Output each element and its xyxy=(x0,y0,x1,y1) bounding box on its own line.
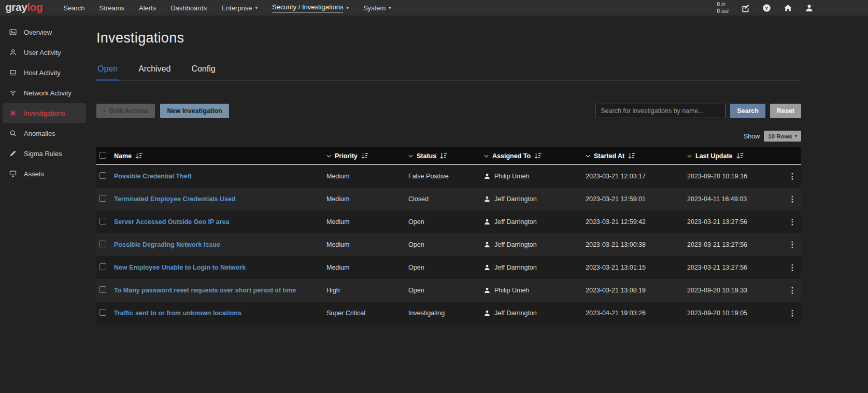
row-checkbox[interactable] xyxy=(99,195,106,202)
assignee-name: Jeff Darrington xyxy=(494,218,537,226)
started-at-cell: 2023-03-21 12:03:17 xyxy=(586,173,687,180)
table-body: Possible Credential TheftMediumFalse Pos… xyxy=(96,165,801,325)
person-icon xyxy=(484,196,490,202)
investigation-name-link[interactable]: To Many password reset requests over sho… xyxy=(114,287,296,294)
sort-icon[interactable] xyxy=(628,152,635,159)
row-menu-button[interactable]: ⋮ xyxy=(786,172,800,181)
sidebar-item-overview[interactable]: Overview xyxy=(3,22,86,42)
select-all-checkbox[interactable] xyxy=(99,152,106,159)
row-checkbox[interactable] xyxy=(99,263,106,270)
row-checkbox[interactable] xyxy=(99,241,106,247)
investigation-name-link[interactable]: Possible Credential Theft xyxy=(114,173,192,180)
sidebar-item-assets[interactable]: Assets xyxy=(3,164,86,184)
nav-item-streams[interactable]: Streams xyxy=(92,4,132,12)
sidebar-item-sigma-rules[interactable]: Sigma Rules xyxy=(3,144,86,163)
host-activity-icon xyxy=(9,68,17,77)
started-at-value: 2023-03-21 12:03:17 xyxy=(586,173,646,180)
row-menu-button[interactable]: ⋮ xyxy=(786,286,800,295)
column-header-name[interactable]: Name xyxy=(114,152,326,160)
nav-item-security-investigations[interactable]: Security / Investigations▾ xyxy=(265,3,356,12)
row-menu-button[interactable]: ⋮ xyxy=(786,194,800,204)
chevron-down-icon: ▾ xyxy=(103,108,106,114)
nav-item-alerts[interactable]: Alerts xyxy=(132,4,163,12)
nav-item-system[interactable]: System▾ xyxy=(356,4,399,12)
sidebar-item-label: Network Activity xyxy=(24,89,72,97)
started-at-cell: 2023-03-21 13:01:15 xyxy=(586,264,687,271)
table-header-row: NamePriorityStatusAssigned ToStarted AtL… xyxy=(96,147,801,165)
new-investigation-button[interactable]: New Investigation xyxy=(160,104,229,118)
sort-icon[interactable] xyxy=(361,152,368,159)
row-menu-button[interactable]: ⋮ xyxy=(786,308,800,318)
nav-item-dashboards[interactable]: Dashboards xyxy=(163,4,214,12)
investigation-name-link[interactable]: Terminated Employee Credentials Used xyxy=(114,195,236,203)
column-label: Status xyxy=(417,152,436,160)
filter-chevron-icon[interactable] xyxy=(408,155,413,158)
tab-config[interactable]: Config xyxy=(190,64,216,81)
graylog-logo[interactable]: graylog xyxy=(5,1,42,13)
nav-item-search[interactable]: Search xyxy=(56,4,92,12)
sidebar-item-network-activity[interactable]: Network Activity xyxy=(3,83,86,103)
sort-icon[interactable] xyxy=(135,152,143,159)
sidebar-item-user-activity[interactable]: User Activity xyxy=(3,43,86,62)
network-activity-icon xyxy=(9,89,17,97)
name-cell: To Many password reset requests over sho… xyxy=(114,287,326,294)
search-button[interactable]: Search xyxy=(730,104,765,118)
row-checkbox[interactable] xyxy=(99,218,106,224)
investigation-name-link[interactable]: Server Accessed Outside Geo IP area xyxy=(114,218,229,226)
row-menu-button[interactable]: ⋮ xyxy=(786,263,800,272)
help-icon[interactable]: ? xyxy=(762,4,771,12)
row-checkbox[interactable] xyxy=(99,309,106,316)
investigation-name-link[interactable]: Possible Degrading Network Issue xyxy=(114,241,220,248)
sidebar-item-investigations[interactable]: Investigations xyxy=(3,103,86,123)
column-header-assigned_to[interactable]: Assigned To xyxy=(484,152,586,160)
assigned-cell: Jeff Darrington xyxy=(484,310,586,317)
assigned-cell: Jeff Darrington xyxy=(484,264,586,271)
priority-cell: Medium xyxy=(326,241,408,248)
status-value: Investigating xyxy=(408,310,445,317)
tab-open[interactable]: Open xyxy=(96,64,119,81)
tab-archived[interactable]: Archived xyxy=(137,64,172,81)
nav-item-enterprise[interactable]: Enterprise▾ xyxy=(214,4,265,12)
compose-icon[interactable] xyxy=(741,4,750,12)
row-checkbox[interactable] xyxy=(99,172,106,179)
person-icon xyxy=(484,287,490,293)
column-header-last_update[interactable]: Last Update xyxy=(687,152,784,160)
sort-icon[interactable] xyxy=(534,152,542,159)
priority-value: Medium xyxy=(326,173,349,180)
sort-icon[interactable] xyxy=(440,152,447,159)
actions-cell: ⋮ xyxy=(784,217,801,227)
rows-per-page-dropdown[interactable]: 10 Rows ▾ xyxy=(764,131,801,142)
column-header-status[interactable]: Status xyxy=(408,152,484,160)
actions-cell: ⋮ xyxy=(784,240,801,249)
column-header-priority[interactable]: Priority xyxy=(326,152,408,160)
nav-item-label: Enterprise xyxy=(221,4,252,12)
sort-icon[interactable] xyxy=(736,152,744,159)
filter-chevron-icon[interactable] xyxy=(484,155,489,158)
last-update-value: 2023-09-20 10:19:16 xyxy=(687,173,747,180)
row-menu-button[interactable]: ⋮ xyxy=(786,240,800,249)
reset-button[interactable]: Reset xyxy=(770,104,801,118)
last-update-cell: 2023-04-11 16:49:03 xyxy=(687,195,784,203)
user-icon[interactable] xyxy=(805,4,814,12)
nav-item-label: System xyxy=(363,4,386,12)
filter-chevron-icon[interactable] xyxy=(326,155,331,158)
investigation-name-link[interactable]: New Employee Unable to Login to Network xyxy=(114,264,246,271)
sidebar-item-anomalies[interactable]: Anomalies xyxy=(3,123,86,143)
bulk-actions-button[interactable]: ▾ Bulk Actions xyxy=(96,104,155,118)
column-header-started_at[interactable]: Started At xyxy=(586,152,687,160)
sidebar-item-label: User Activity xyxy=(24,49,61,57)
select-cell xyxy=(96,172,114,180)
filter-chevron-icon[interactable] xyxy=(586,155,590,158)
status-value: Open xyxy=(408,287,424,294)
investigations-icon xyxy=(9,109,17,117)
row-menu-button[interactable]: ⋮ xyxy=(786,217,800,227)
investigation-name-link[interactable]: Traffic sent to or from unknown location… xyxy=(114,310,241,317)
throughput-indicator[interactable]: 0in 0out xyxy=(717,2,729,14)
row-checkbox[interactable] xyxy=(99,286,106,293)
actions-cell: ⋮ xyxy=(784,263,801,272)
sidebar-item-host-activity[interactable]: Host Activity xyxy=(3,63,86,82)
filter-chevron-icon[interactable] xyxy=(687,155,692,158)
home-icon[interactable] xyxy=(784,4,792,12)
search-input[interactable] xyxy=(595,104,725,118)
started-at-value: 2023-03-21 12:59:01 xyxy=(586,195,646,203)
